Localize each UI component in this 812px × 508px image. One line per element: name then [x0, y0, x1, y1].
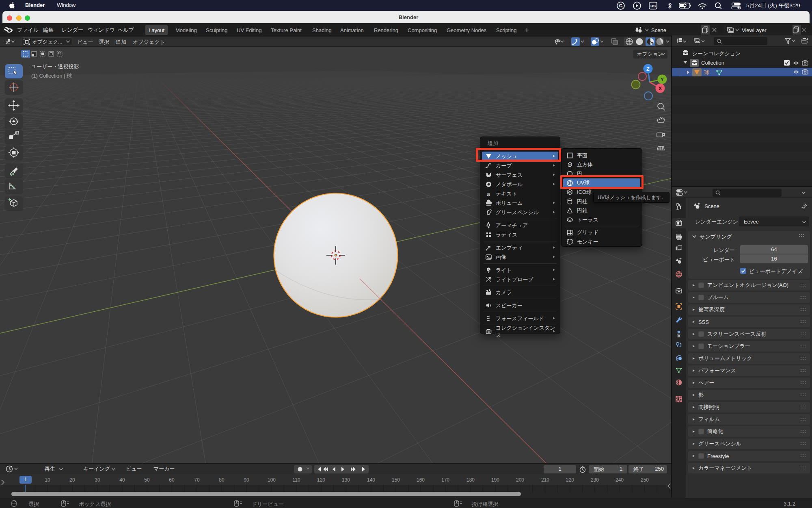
svg-text:a: a	[487, 191, 490, 197]
svg-text:G: G	[619, 3, 623, 8]
svg-text:Z: Z	[646, 66, 649, 72]
svg-text:Y: Y	[661, 77, 664, 82]
svg-text:US: US	[650, 4, 656, 8]
svg-text:X: X	[659, 86, 662, 91]
